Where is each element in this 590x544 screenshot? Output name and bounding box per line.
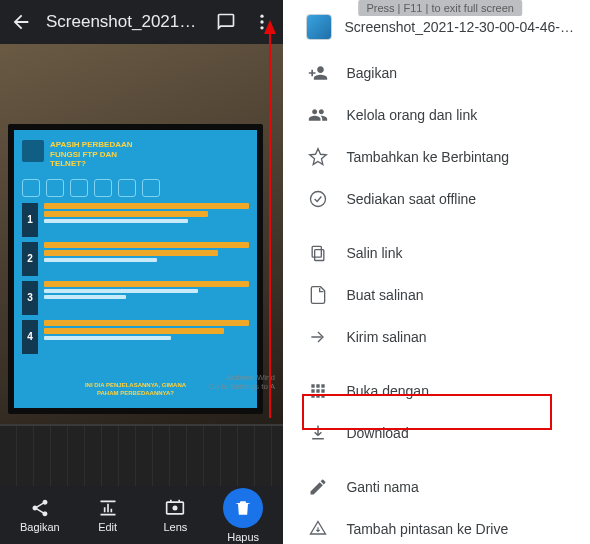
menu-share[interactable]: Bagikan <box>290 52 590 94</box>
menu-label: Tambahkan ke Berbintang <box>346 149 509 165</box>
send-icon <box>308 327 328 347</box>
photo-area[interactable]: APASIH PERBEDAAN FUNGSI FTP DAN TELNET? … <box>0 44 283 486</box>
bottom-bar: Bagikan Edit Lens Hapus <box>0 486 283 544</box>
file-title: Screenshot_2021-… <box>46 12 201 32</box>
menu-make-copy[interactable]: Buat salinan <box>290 274 590 316</box>
svg-point-1 <box>260 20 263 23</box>
back-arrow-icon[interactable] <box>10 11 32 33</box>
keyboard-photo <box>0 424 283 486</box>
file-thumbnail-icon <box>306 14 332 40</box>
photo-viewer: Screenshot_2021-… APASIH PERBEDAAN FUNGS… <box>0 0 283 544</box>
lens-label: Lens <box>163 521 187 533</box>
edit-label: Edit <box>98 521 117 533</box>
delete-label: Hapus <box>227 531 259 543</box>
menu-copy-link[interactable]: Salin link <box>290 232 590 274</box>
poster-heading: APASIH PERBEDAAN <box>50 140 133 150</box>
menu-label: Buat salinan <box>346 287 423 303</box>
download-icon <box>308 423 328 443</box>
delete-button[interactable]: Hapus <box>215 488 271 543</box>
delete-fab-icon <box>223 488 263 528</box>
fullscreen-hint: Press | F11 | to exit full screen <box>358 0 522 16</box>
file-copy-icon <box>308 285 328 305</box>
more-vert-icon[interactable] <box>251 11 273 33</box>
apps-icon <box>308 381 328 401</box>
poster: APASIH PERBEDAAN FUNGSI FTP DAN TELNET? … <box>14 130 257 408</box>
person-add-icon <box>308 63 328 83</box>
offline-icon <box>308 189 328 209</box>
menu-label: Salin link <box>346 245 402 261</box>
poster-heading: TELNET? <box>50 159 133 169</box>
menu-rename[interactable]: Ganti nama <box>290 466 590 508</box>
svg-rect-5 <box>313 246 322 257</box>
share-button[interactable]: Bagikan <box>12 498 68 533</box>
watermark: Activate Wind Go to Settings to A <box>208 373 275 392</box>
poster-heading: FUNGSI FTP DAN <box>50 150 133 160</box>
menu-offline[interactable]: Sediakan saat offline <box>290 178 590 220</box>
drive-shortcut-icon <box>308 519 328 539</box>
menu-add-shortcut[interactable]: Tambah pintasan ke Drive <box>290 508 590 544</box>
menu-label: Bagikan <box>346 65 397 81</box>
share-label: Bagikan <box>20 521 60 533</box>
svg-point-2 <box>260 26 263 29</box>
svg-point-3 <box>311 192 326 207</box>
menu-open-with[interactable]: Buka dengan <box>290 370 590 412</box>
menu-download[interactable]: Download <box>290 412 590 454</box>
edit-button[interactable]: Edit <box>80 498 136 533</box>
copy-icon <box>308 243 328 263</box>
menu-label: Kirim salinan <box>346 329 426 345</box>
file-name: Screenshot_2021-12-30-00-04-46-… <box>344 19 574 35</box>
svg-point-0 <box>260 15 263 18</box>
top-bar: Screenshot_2021-… <box>0 0 283 44</box>
people-icon <box>308 105 328 125</box>
menu-label: Tambah pintasan ke Drive <box>346 521 508 537</box>
menu-manage-access[interactable]: Kelola orang dan link <box>290 94 590 136</box>
menu-star[interactable]: Tambahkan ke Berbintang <box>290 136 590 178</box>
menu-label: Download <box>346 425 408 441</box>
svg-rect-4 <box>315 250 324 261</box>
menu-label: Sediakan saat offline <box>346 191 476 207</box>
menu-label: Kelola orang dan link <box>346 107 477 123</box>
menu-label: Ganti nama <box>346 479 418 495</box>
lens-button[interactable]: Lens <box>147 498 203 533</box>
menu-send-copy[interactable]: Kirim salinan <box>290 316 590 358</box>
pencil-icon <box>308 477 328 497</box>
star-icon <box>308 147 328 167</box>
comment-icon[interactable] <box>215 11 237 33</box>
laptop-screen: APASIH PERBEDAAN FUNGSI FTP DAN TELNET? … <box>8 124 263 414</box>
drive-menu: Press | F11 | to exit full screen Screen… <box>290 0 590 544</box>
menu-label: Buka dengan <box>346 383 429 399</box>
